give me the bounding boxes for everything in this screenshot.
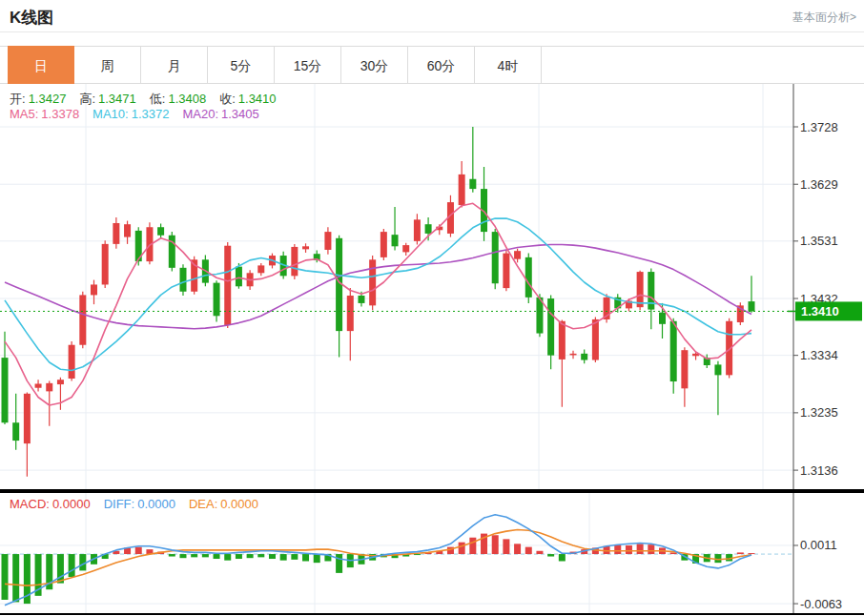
legend-value: 0.0000: [52, 497, 91, 511]
svg-text:1.3531: 1.3531: [800, 234, 838, 248]
legend-label: DIFF:: [104, 497, 135, 511]
page-title: K线图: [10, 7, 53, 29]
tab-日[interactable]: 日: [8, 46, 74, 84]
legend-value: 1.3372: [132, 107, 170, 121]
svg-text:-0.0063: -0.0063: [800, 597, 842, 611]
main-gridlines: [0, 84, 793, 491]
header-divider: [0, 31, 864, 32]
legend-label: MACD:: [10, 497, 50, 511]
svg-text:1.3410: 1.3410: [801, 304, 839, 318]
svg-text:0.0011: 0.0011: [800, 538, 837, 552]
legend-label: DEA:: [189, 497, 217, 511]
legend-label: MA5:: [10, 107, 38, 121]
tab-4时[interactable]: 4时: [475, 46, 542, 84]
svg-text:1.3136: 1.3136: [800, 463, 838, 478]
tab-30分[interactable]: 30分: [341, 46, 408, 84]
macd-y-tick-labels: 0.0011-0.0063: [793, 538, 842, 610]
legend-value: 1.3408: [168, 92, 206, 106]
dea-line: [5, 530, 751, 586]
candlestick-chart[interactable]: 1.37281.36291.35311.34321.33341.32351.31…: [0, 84, 864, 491]
legend-value: 1.3471: [98, 92, 136, 106]
tab-15分[interactable]: 15分: [275, 46, 341, 84]
current-price-tag: 1.3410: [788, 301, 862, 320]
svg-text:1.3728: 1.3728: [800, 120, 838, 134]
ma-legend: MA5:1.3378MA10:1.3372MA20:1.3405: [10, 107, 273, 121]
macd-bars: [2, 534, 755, 604]
legend-label: 开:: [10, 92, 26, 106]
macd-legend: MACD:0.0000DIFF:0.0000DEA:0.0000: [10, 497, 272, 511]
svg-text:1.3629: 1.3629: [800, 177, 838, 192]
kline-page: K线图 基本面分析> 日周月5分15分30分60分4时 开:1.3427高:1.…: [0, 0, 864, 616]
legend-label: MA10:: [93, 107, 129, 121]
legend-value: 1.3427: [29, 92, 67, 106]
svg-text:1.3334: 1.3334: [800, 348, 838, 362]
legend-label: 收:: [219, 92, 236, 106]
tab-60分[interactable]: 60分: [408, 46, 475, 84]
candles: [2, 127, 755, 477]
legend-label: 高:: [79, 92, 95, 106]
ohlc-legend: 开:1.3427高:1.3471低:1.3408收:1.3410: [10, 91, 290, 108]
fundamental-analysis-link[interactable]: 基本面分析>: [792, 10, 856, 26]
diff-line: [5, 515, 751, 606]
legend-value: 1.3378: [41, 107, 79, 121]
legend-value: 0.0000: [220, 497, 258, 511]
legend-value: 1.3405: [221, 107, 259, 121]
tab-5分[interactable]: 5分: [208, 46, 275, 84]
tab-月[interactable]: 月: [141, 46, 208, 84]
main-y-tick-labels: 1.37281.36291.35311.34321.33341.32351.31…: [793, 120, 838, 478]
tab-周[interactable]: 周: [74, 46, 141, 84]
legend-value: 1.3410: [238, 92, 277, 106]
timeframe-tabbar: 日周月5分15分30分60分4时: [8, 46, 542, 84]
legend-label: 低:: [150, 92, 166, 106]
legend-label: MA20:: [182, 107, 218, 121]
legend-value: 0.0000: [137, 497, 175, 511]
svg-text:1.3235: 1.3235: [800, 405, 838, 420]
